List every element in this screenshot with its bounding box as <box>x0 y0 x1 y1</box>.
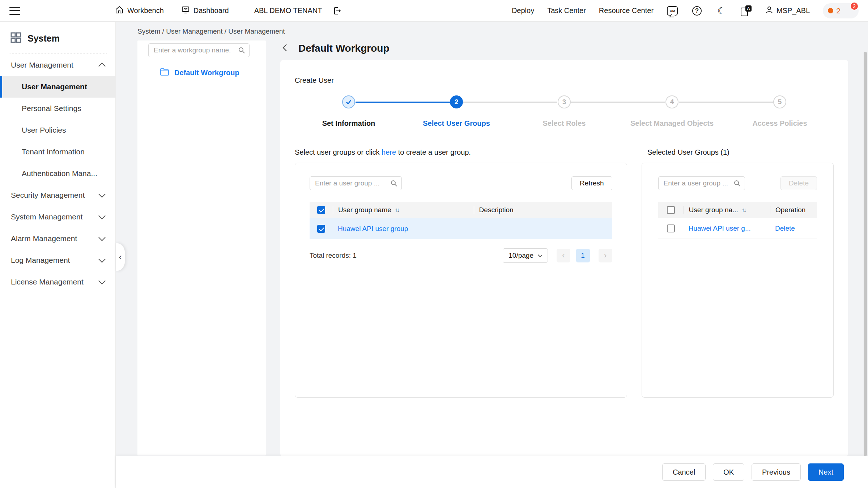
selected-groups-panel: Delete User group na... ↑↓ Operation <box>642 163 834 398</box>
user-group-search-input[interactable] <box>310 176 402 190</box>
step-3-label: Select Roles <box>510 119 618 128</box>
tree-item-default-workgroup[interactable]: Default Workgroup <box>137 68 266 77</box>
search-icon <box>238 47 245 55</box>
sidebar-group-security-management[interactable]: Security Management <box>0 184 115 206</box>
create-user-card: Create User 2 3 4 5 Set Information Sele… <box>280 60 848 457</box>
alarm-dot-icon <box>828 8 833 13</box>
nav-deploy[interactable]: Deploy <box>512 7 534 15</box>
column-description: Description <box>474 206 612 214</box>
delete-button[interactable]: Delete <box>780 176 817 190</box>
folder-icon <box>160 68 169 77</box>
user-group-link[interactable]: Huawei API user group <box>338 225 408 233</box>
refresh-button[interactable]: Refresh <box>571 176 612 190</box>
step-1-circle <box>342 95 355 108</box>
instruction-text: Select user groups or click here to crea… <box>295 148 471 156</box>
exit-tenant-icon[interactable] <box>331 5 343 17</box>
tree-item-label: Default Workgroup <box>174 69 239 77</box>
help-icon[interactable]: ? <box>691 5 703 17</box>
user-icon <box>765 5 774 16</box>
chevron-down-icon <box>538 253 542 257</box>
sidebar-item-authentication-management[interactable]: Authentication Mana... <box>0 163 115 184</box>
sidebar-group-alarm-management[interactable]: Alarm Management <box>0 228 115 249</box>
next-page-button[interactable]: › <box>599 249 612 262</box>
search-icon <box>390 180 397 188</box>
nav-right: Deploy Task Center Resource Center OM ? … <box>512 3 859 18</box>
step-2-circle: 2 <box>450 95 463 108</box>
step-3-circle: 3 <box>558 95 571 108</box>
table-row[interactable]: Huawei API user group <box>310 218 612 239</box>
sidebar-item-tenant-information[interactable]: Tenant Information <box>0 141 115 163</box>
notifications-logo-icon[interactable]: 2 <box>843 5 856 17</box>
top-navbar: Workbench Dashboard ABL DEMO TENANT Depl… <box>0 0 868 22</box>
translate-icon[interactable]: A <box>740 5 752 17</box>
selected-groups-table: User group na... ↑↓ Operation Huawei API… <box>658 202 817 239</box>
user-menu[interactable]: MSP_ABL <box>765 5 810 16</box>
select-all-checkbox[interactable] <box>317 206 325 214</box>
chevron-down-icon <box>98 277 106 284</box>
nav-resource-center[interactable]: Resource Center <box>599 7 654 15</box>
chevron-down-icon <box>98 234 106 241</box>
select-all-checkbox[interactable] <box>667 206 675 214</box>
page-size-select[interactable]: 10/page <box>503 248 548 263</box>
om-chat-icon[interactable]: OM <box>667 5 678 17</box>
chevron-down-icon <box>98 212 106 219</box>
pagination: Total records: 1 10/page ‹ 1 › <box>310 248 612 263</box>
sidebar-group-license-management[interactable]: License Management <box>0 271 115 293</box>
available-groups-panel: Refresh User group name ↑↓ Description <box>295 163 627 398</box>
breadcrumb: System / User Management / User Manageme… <box>137 27 285 35</box>
sidebar-item-user-management[interactable]: User Management <box>0 76 115 98</box>
page-1-button[interactable]: 1 <box>576 249 590 262</box>
available-groups-table: User group name ↑↓ Description Huawei AP… <box>310 202 612 239</box>
nav-task-center[interactable]: Task Center <box>547 7 586 15</box>
total-records: Total records: 1 <box>310 252 357 260</box>
next-button[interactable]: Next <box>808 463 844 481</box>
create-user-group-link[interactable]: here <box>382 148 396 156</box>
nav-workbench[interactable]: Workbench <box>115 5 164 16</box>
row-checkbox[interactable] <box>317 225 325 233</box>
sort-icon[interactable]: ↑↓ <box>742 207 745 213</box>
main-panel: Default Workgroup Create User 2 3 4 5 Se… <box>280 40 848 457</box>
cancel-button[interactable]: Cancel <box>662 463 706 481</box>
sidebar-item-personal-settings[interactable]: Personal Settings <box>0 98 115 119</box>
section-title: Create User <box>295 76 834 85</box>
sidebar-group-user-management[interactable]: User Management <box>0 54 115 76</box>
tenant-name[interactable]: ABL DEMO TENANT <box>254 7 322 15</box>
vertical-scrollbar[interactable] <box>864 52 867 456</box>
alarm-pill[interactable]: 2 2 <box>823 3 859 18</box>
sidebar-group-log-management[interactable]: Log Management <box>0 249 115 271</box>
dashboard-icon <box>181 5 190 16</box>
nav-dashboard[interactable]: Dashboard <box>181 5 229 16</box>
column-user-group-name[interactable]: User group name <box>338 206 391 214</box>
step-4-label: Select Managed Objects <box>618 119 726 128</box>
dark-mode-icon[interactable]: ☾ <box>716 5 727 17</box>
sidebar: System User Management User Management P… <box>0 22 116 488</box>
step-5-circle: 5 <box>773 95 786 108</box>
user-group-link[interactable]: Huawei API user g... <box>689 224 751 232</box>
menu-icon[interactable] <box>9 7 20 15</box>
selected-groups-heading: Selected User Groups (1) <box>647 148 729 157</box>
sort-icon[interactable]: ↑↓ <box>395 207 399 213</box>
footer-actions: Cancel OK Previous Next <box>116 456 868 488</box>
notification-badge: 2 <box>850 2 859 10</box>
chevron-up-icon <box>98 63 106 70</box>
ok-button[interactable]: OK <box>713 463 744 481</box>
step-1-label: Set Information <box>294 119 403 128</box>
back-arrow-icon[interactable] <box>280 43 290 54</box>
sidebar-item-user-policies[interactable]: User Policies <box>0 119 115 141</box>
previous-button[interactable]: Previous <box>752 463 801 481</box>
nav-left: Workbench Dashboard ABL DEMO TENANT <box>115 5 343 17</box>
workgroup-search-input[interactable] <box>148 43 250 57</box>
content-area: System / User Management / User Manageme… <box>116 22 868 488</box>
selected-group-search-input[interactable] <box>658 176 745 190</box>
sidebar-group-system-management[interactable]: System Management <box>0 206 115 228</box>
nav-dashboard-label: Dashboard <box>193 7 229 15</box>
table-row[interactable]: Huawei API user g... Delete <box>658 218 817 239</box>
row-checkbox[interactable] <box>667 224 675 232</box>
alarm-count: 2 <box>836 7 841 15</box>
column-user-group-name[interactable]: User group na... <box>689 206 738 214</box>
prev-page-button[interactable]: ‹ <box>557 249 570 262</box>
stepper: 2 3 4 5 Set Information Select User Grou… <box>295 95 834 139</box>
username: MSP_ABL <box>776 7 810 15</box>
delete-row-link[interactable]: Delete <box>775 224 795 232</box>
step-5-label: Access Policies <box>726 119 834 128</box>
